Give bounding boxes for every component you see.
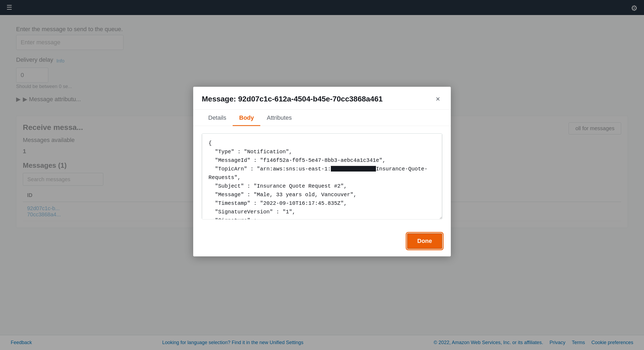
message-body-textarea[interactable]: { "Type" : "Notification", "MessageId" :… [202, 133, 442, 219]
modal-body-content: { "Type" : "Notification", "MessageId" :… [193, 126, 451, 228]
message-detail-modal: Message: 92d07c1c-612a-4504-b45e-70cc386… [193, 87, 451, 256]
done-button[interactable]: Done [407, 233, 442, 249]
modal-tabs: Details Body Attributes [193, 110, 451, 126]
tab-attributes[interactable]: Attributes [260, 110, 298, 126]
tab-body[interactable]: Body [233, 110, 260, 126]
tab-details[interactable]: Details [202, 110, 233, 126]
modal-footer: Done [193, 228, 451, 256]
modal-header: Message: 92d07c1c-612a-4504-b45e-70cc386… [193, 87, 451, 110]
modal-title: Message: 92d07c1c-612a-4504-b45e-70cc386… [202, 95, 383, 103]
modal-close-button[interactable]: × [434, 94, 442, 104]
